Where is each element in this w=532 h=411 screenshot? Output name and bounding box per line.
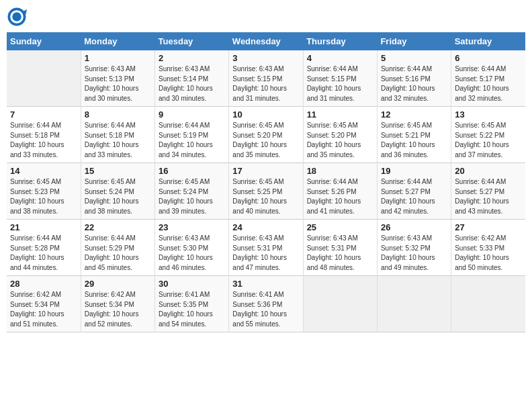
day-number: 6 [455,53,522,63]
calendar-cell: 11Sunrise: 6:45 AMSunset: 5:20 PMDayligh… [303,107,377,163]
day-info: Sunrise: 6:45 AMSunset: 5:24 PMDaylight:… [159,177,225,216]
day-number: 14 [10,166,77,176]
calendar-cell: 17Sunrise: 6:45 AMSunset: 5:25 PMDayligh… [229,163,303,220]
day-number: 26 [381,222,447,232]
day-info: Sunrise: 6:44 AMSunset: 5:15 PMDaylight:… [307,64,373,103]
calendar-cell [7,50,81,107]
day-number: 4 [307,53,373,63]
calendar-cell: 19Sunrise: 6:44 AMSunset: 5:27 PMDayligh… [377,163,451,220]
calendar-week-row: 21Sunrise: 6:44 AMSunset: 5:28 PMDayligh… [7,220,525,276]
day-info: Sunrise: 6:45 AMSunset: 5:25 PMDaylight:… [232,177,299,216]
day-info: Sunrise: 6:44 AMSunset: 5:16 PMDaylight:… [381,64,447,103]
calendar-cell [303,276,377,332]
day-info: Sunrise: 6:45 AMSunset: 5:20 PMDaylight:… [232,121,299,160]
day-number: 23 [159,222,225,232]
day-number: 28 [10,279,77,289]
calendar-cell: 27Sunrise: 6:42 AMSunset: 5:33 PMDayligh… [451,220,525,276]
day-number: 22 [85,222,151,232]
day-info: Sunrise: 6:42 AMSunset: 5:34 PMDaylight:… [10,290,77,329]
calendar-cell: 15Sunrise: 6:45 AMSunset: 5:24 PMDayligh… [81,163,154,220]
calendar-cell: 2Sunrise: 6:43 AMSunset: 5:14 PMDaylight… [155,50,229,107]
calendar-cell: 28Sunrise: 6:42 AMSunset: 5:34 PMDayligh… [7,276,81,332]
day-info: Sunrise: 6:44 AMSunset: 5:29 PMDaylight:… [85,234,151,273]
calendar-cell: 20Sunrise: 6:44 AMSunset: 5:27 PMDayligh… [451,163,525,220]
day-number: 29 [85,279,151,289]
page-header [7,7,525,27]
day-info: Sunrise: 6:41 AMSunset: 5:35 PMDaylight:… [159,290,225,329]
day-number: 21 [10,222,77,232]
day-number: 18 [307,166,373,176]
calendar-cell: 12Sunrise: 6:45 AMSunset: 5:21 PMDayligh… [377,107,451,163]
day-number: 17 [232,166,299,176]
day-info: Sunrise: 6:43 AMSunset: 5:14 PMDaylight:… [159,64,225,103]
day-info: Sunrise: 6:45 AMSunset: 5:20 PMDaylight:… [307,121,373,160]
day-info: Sunrise: 6:43 AMSunset: 5:32 PMDaylight:… [381,234,447,273]
calendar-header-row: SundayMondayTuesdayWednesdayThursdayFrid… [7,32,525,50]
day-number: 31 [232,279,299,289]
calendar-week-row: 28Sunrise: 6:42 AMSunset: 5:34 PMDayligh… [7,276,525,332]
calendar-cell: 26Sunrise: 6:43 AMSunset: 5:32 PMDayligh… [377,220,451,276]
day-info: Sunrise: 6:45 AMSunset: 5:21 PMDaylight:… [381,121,447,160]
column-header-wednesday: Wednesday [229,32,303,50]
day-info: Sunrise: 6:45 AMSunset: 5:24 PMDaylight:… [85,177,151,216]
calendar-cell: 1Sunrise: 6:43 AMSunset: 5:13 PMDaylight… [81,50,154,107]
calendar-cell: 7Sunrise: 6:44 AMSunset: 5:18 PMDaylight… [7,107,81,163]
calendar-week-row: 7Sunrise: 6:44 AMSunset: 5:18 PMDaylight… [7,107,525,163]
day-info: Sunrise: 6:44 AMSunset: 5:27 PMDaylight:… [455,177,522,216]
logo-icon [7,7,27,27]
day-info: Sunrise: 6:44 AMSunset: 5:19 PMDaylight:… [159,121,225,160]
calendar-week-row: 14Sunrise: 6:45 AMSunset: 5:23 PMDayligh… [7,163,525,220]
calendar-week-row: 1Sunrise: 6:43 AMSunset: 5:13 PMDaylight… [7,50,525,107]
day-info: Sunrise: 6:42 AMSunset: 5:33 PMDaylight:… [455,234,522,273]
calendar-cell [451,276,525,332]
day-number: 24 [232,222,299,232]
day-number: 12 [381,109,447,120]
day-number: 11 [307,109,373,120]
day-info: Sunrise: 6:45 AMSunset: 5:23 PMDaylight:… [10,177,77,216]
day-number: 1 [85,53,151,63]
day-number: 5 [381,53,447,63]
calendar-cell: 4Sunrise: 6:44 AMSunset: 5:15 PMDaylight… [303,50,377,107]
day-number: 16 [159,166,225,176]
calendar-cell: 6Sunrise: 6:44 AMSunset: 5:17 PMDaylight… [451,50,525,107]
column-header-friday: Friday [377,32,451,50]
calendar-cell: 24Sunrise: 6:43 AMSunset: 5:31 PMDayligh… [229,220,303,276]
calendar-cell: 23Sunrise: 6:43 AMSunset: 5:30 PMDayligh… [155,220,229,276]
calendar-table: SundayMondayTuesdayWednesdayThursdayFrid… [7,32,525,332]
day-number: 8 [85,109,151,120]
day-info: Sunrise: 6:43 AMSunset: 5:30 PMDaylight:… [159,234,225,273]
calendar-cell: 3Sunrise: 6:43 AMSunset: 5:15 PMDaylight… [229,50,303,107]
day-number: 2 [159,53,225,63]
day-number: 7 [10,109,77,120]
day-info: Sunrise: 6:44 AMSunset: 5:18 PMDaylight:… [85,121,151,160]
calendar-cell: 25Sunrise: 6:43 AMSunset: 5:31 PMDayligh… [303,220,377,276]
calendar-cell: 30Sunrise: 6:41 AMSunset: 5:35 PMDayligh… [155,276,229,332]
calendar-cell: 31Sunrise: 6:41 AMSunset: 5:36 PMDayligh… [229,276,303,332]
day-number: 13 [455,109,522,120]
day-info: Sunrise: 6:44 AMSunset: 5:27 PMDaylight:… [381,177,447,216]
calendar-cell: 29Sunrise: 6:42 AMSunset: 5:34 PMDayligh… [81,276,154,332]
calendar-cell: 9Sunrise: 6:44 AMSunset: 5:19 PMDaylight… [155,107,229,163]
day-number: 10 [232,109,299,120]
day-info: Sunrise: 6:42 AMSunset: 5:34 PMDaylight:… [85,290,151,329]
column-header-thursday: Thursday [303,32,377,50]
column-header-monday: Monday [81,32,154,50]
column-header-tuesday: Tuesday [155,32,229,50]
day-number: 25 [307,222,373,232]
column-header-saturday: Saturday [451,32,525,50]
day-info: Sunrise: 6:44 AMSunset: 5:28 PMDaylight:… [10,234,77,273]
calendar-cell: 5Sunrise: 6:44 AMSunset: 5:16 PMDaylight… [377,50,451,107]
calendar-cell: 22Sunrise: 6:44 AMSunset: 5:29 PMDayligh… [81,220,154,276]
day-info: Sunrise: 6:43 AMSunset: 5:13 PMDaylight:… [85,64,151,103]
day-info: Sunrise: 6:43 AMSunset: 5:31 PMDaylight:… [232,234,299,273]
day-info: Sunrise: 6:44 AMSunset: 5:18 PMDaylight:… [10,121,77,160]
calendar-cell: 14Sunrise: 6:45 AMSunset: 5:23 PMDayligh… [7,163,81,220]
day-number: 20 [455,166,522,176]
day-number: 15 [85,166,151,176]
day-info: Sunrise: 6:43 AMSunset: 5:31 PMDaylight:… [307,234,373,273]
calendar-cell [377,276,451,332]
day-number: 30 [159,279,225,289]
calendar-cell: 21Sunrise: 6:44 AMSunset: 5:28 PMDayligh… [7,220,81,276]
calendar-cell: 8Sunrise: 6:44 AMSunset: 5:18 PMDaylight… [81,107,154,163]
logo [7,7,28,27]
